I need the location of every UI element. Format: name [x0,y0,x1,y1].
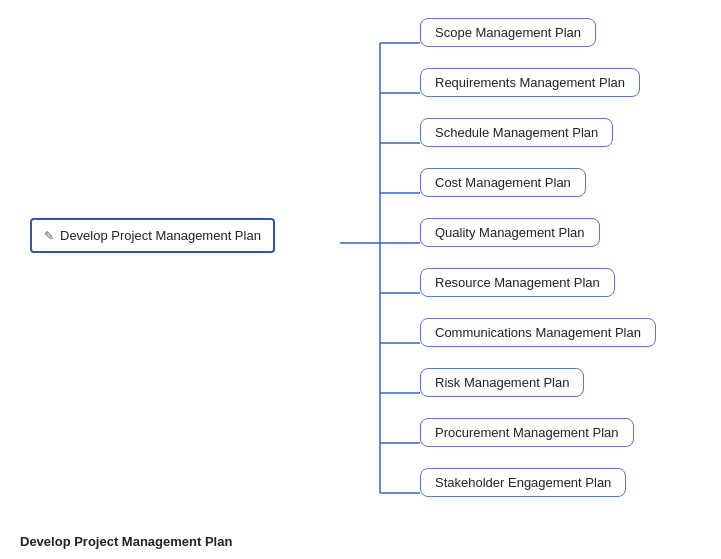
root-node[interactable]: ✎ Develop Project Management Plan [30,218,275,253]
diagram-container: ✎ Develop Project Management Plan Scope … [0,0,721,530]
child-node-requirements[interactable]: Requirements Management Plan [420,68,640,97]
child-node-risk[interactable]: Risk Management Plan [420,368,584,397]
child-node-procurement[interactable]: Procurement Management Plan [420,418,634,447]
child-node-stakeholder[interactable]: Stakeholder Engagement Plan [420,468,626,497]
pencil-icon: ✎ [44,229,54,243]
child-node-schedule[interactable]: Schedule Management Plan [420,118,613,147]
child-node-resource[interactable]: Resource Management Plan [420,268,615,297]
child-node-cost[interactable]: Cost Management Plan [420,168,586,197]
footer-label: Develop Project Management Plan [20,534,232,549]
child-node-quality[interactable]: Quality Management Plan [420,218,600,247]
root-node-label: Develop Project Management Plan [60,228,261,243]
child-node-communications[interactable]: Communications Management Plan [420,318,656,347]
child-node-scope[interactable]: Scope Management Plan [420,18,596,47]
